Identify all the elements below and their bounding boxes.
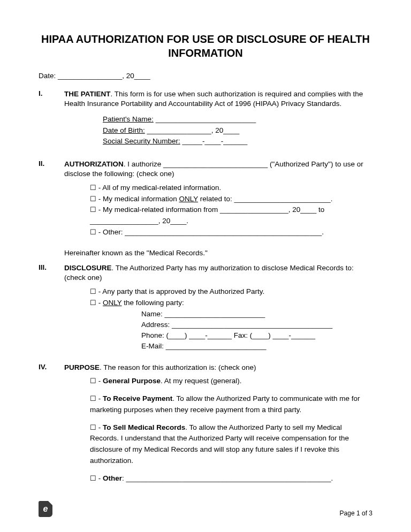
auth-options: ☐ - All of my medical-related informatio…	[90, 183, 372, 239]
ssn-field[interactable]: _____-____-______	[180, 137, 247, 145]
purpose-options: ☐ - General Purpose. At my request (gene…	[90, 376, 372, 484]
party-address-field[interactable]: Address: _______________________________…	[141, 320, 372, 330]
checkbox-icon[interactable]: ☐	[90, 194, 96, 204]
roman-2: II.	[39, 159, 64, 241]
checkbox-icon[interactable]: ☐	[90, 183, 96, 193]
section-1-head: THE PATIENT	[64, 90, 111, 98]
party-email-field[interactable]: E-Mail: _________________________	[141, 341, 372, 352]
hereinafter-text: Hereinafter known as the "Medical Record…	[64, 249, 372, 257]
document-title: HIPAA AUTHORIZATION FOR USE OR DISCLOSUR…	[39, 32, 372, 60]
checkbox-icon[interactable]: ☐	[90, 393, 96, 404]
party-fields: Name: _________________________ Address:…	[141, 309, 372, 352]
patient-name-field[interactable]: _________________________	[154, 115, 256, 123]
section-purpose: IV. PURPOSE. The reason for this authori…	[39, 363, 372, 491]
checkbox-icon[interactable]: ☐	[90, 286, 96, 297]
section-2-body: AUTHORIZATION. I authorize _____________…	[64, 159, 372, 241]
checkbox-icon[interactable]: ☐	[90, 422, 96, 433]
purpose-4-head: Other	[103, 474, 122, 482]
section-3-head: DISCLOSURE	[64, 264, 112, 272]
section-authorization: II. AUTHORIZATION. I authorize _________…	[39, 159, 372, 241]
checkbox-icon[interactable]: ☐	[90, 376, 96, 386]
auth-opt-1: - All of my medical-related information.	[96, 184, 221, 192]
patient-fields: Patient's Name: ________________________…	[103, 114, 372, 147]
section-1-body: THE PATIENT. This form is for use when s…	[64, 89, 372, 152]
purpose-4-text[interactable]: : ______________________________________…	[122, 474, 333, 482]
section-2-head: AUTHORIZATION	[64, 160, 124, 168]
page-footer: e Page 1 of 3	[39, 501, 372, 517]
roman-3: III.	[39, 263, 64, 355]
logo-icon: e	[39, 501, 52, 517]
roman-4: IV.	[39, 363, 64, 491]
ssn-label: Social Security Number:	[103, 137, 180, 145]
auth-opt-2b[interactable]: related to: ________________________.	[198, 195, 332, 203]
auth-opt-2a: - My medical information	[96, 195, 179, 203]
checkbox-icon[interactable]: ☐	[90, 473, 96, 484]
document-page: HIPAA AUTHORIZATION FOR USE OR DISCLOSUR…	[0, 0, 411, 532]
disc-opt-1: - Any party that is approved by the Auth…	[96, 287, 264, 295]
section-4-head: PURPOSE	[64, 363, 100, 371]
section-4-body: PURPOSE. The reason for this authorizati…	[64, 363, 372, 491]
auth-opt-4[interactable]: - Other: _______________________________…	[96, 228, 324, 236]
purpose-3-head: To Sell Medical Records	[103, 423, 185, 431]
auth-opt-2-only: ONLY	[179, 195, 199, 203]
date-field[interactable]: Date: ________________, 20____	[39, 72, 372, 80]
section-disclosure: III. DISCLOSURE. The Authorized Party ha…	[39, 263, 372, 355]
party-phone-field[interactable]: Phone: (____) ____-______ Fax: (____) __…	[141, 330, 372, 341]
purpose-2-head: To Receive Payment	[103, 394, 172, 402]
section-4-text: . The reason for this authorization is: …	[100, 363, 256, 371]
checkbox-icon[interactable]: ☐	[90, 298, 96, 308]
purpose-1-text: . At my request (general).	[161, 377, 242, 385]
disc-opt-2-only: ONLY	[103, 299, 122, 307]
disc-opt-2b: the following party:	[122, 299, 184, 307]
patient-name-label: Patient's Name:	[103, 115, 154, 123]
section-patient: I. THE PATIENT. This form is for use whe…	[39, 89, 372, 152]
section-3-body: DISCLOSURE. The Authorized Party has my …	[64, 263, 372, 355]
dob-label: Date of Birth:	[103, 126, 145, 134]
page-number: Page 1 of 3	[340, 510, 372, 517]
checkbox-icon[interactable]: ☐	[90, 204, 96, 215]
checkbox-icon[interactable]: ☐	[90, 227, 96, 238]
dob-field[interactable]: ________________, 20____	[145, 126, 239, 134]
roman-1: I.	[39, 89, 64, 152]
purpose-1-head: General Purpose	[103, 377, 161, 385]
party-name-field[interactable]: Name: _________________________	[141, 309, 372, 320]
disc-opt-2a: -	[96, 299, 103, 307]
disclosure-options: ☐ - Any party that is approved by the Au…	[90, 286, 372, 352]
auth-opt-3[interactable]: - My medical-related information from __…	[90, 206, 324, 225]
